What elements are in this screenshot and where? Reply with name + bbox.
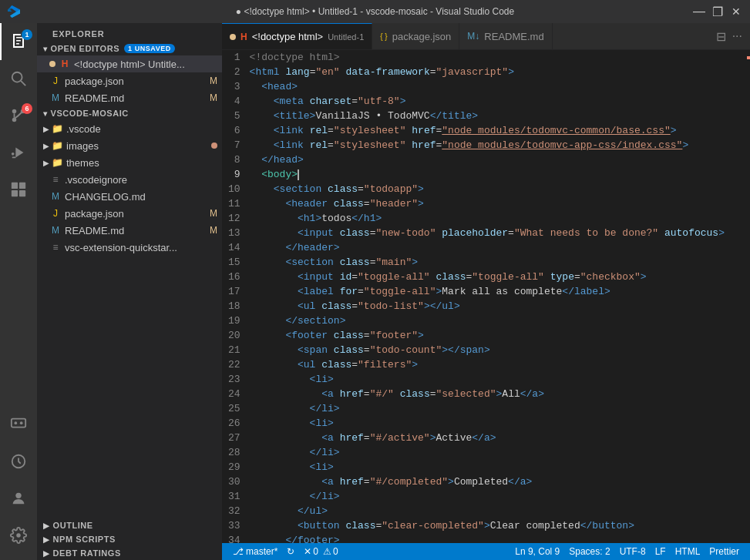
settings-activity-icon[interactable] xyxy=(0,517,37,554)
error-icon: ✕ xyxy=(304,546,311,557)
outline-section-header[interactable]: ▶ OUTLINE xyxy=(37,518,222,532)
minimize-button[interactable]: — xyxy=(693,5,705,18)
explorer-badge: 1 xyxy=(22,29,32,40)
images-chevron: ▶ xyxy=(43,142,49,150)
changelog-icon: M xyxy=(49,190,62,203)
git-branch-status[interactable]: ⎇ master* xyxy=(228,543,282,560)
source-control-activity-icon[interactable]: 6 xyxy=(0,97,37,134)
code-line-30: <a href="#/completed">Completed</a> xyxy=(250,474,724,489)
vscode-chevron: ▶ xyxy=(43,125,49,133)
images-folder-icon: 📁 xyxy=(51,139,63,152)
readme-file-modified: M xyxy=(210,225,217,236)
code-line-14: </header> xyxy=(250,240,724,255)
encoding-status[interactable]: UTF-8 xyxy=(615,546,651,557)
changelog-file[interactable]: M CHANGELOG.md xyxy=(37,188,222,205)
error-status[interactable]: ✕ 0 ⚠ 0 xyxy=(299,543,342,560)
html-file-label: <!doctype html> Untitle... xyxy=(74,59,222,70)
warning-count: 0 xyxy=(333,546,338,557)
line-ending-status[interactable]: LF xyxy=(651,546,671,557)
svg-rect-18 xyxy=(19,190,25,196)
code-line-20: <footer class="footer"> xyxy=(250,328,724,343)
sync-status[interactable]: ↻ xyxy=(282,543,299,560)
title-bar-title: ● <!doctype html> • Untitled-1 - vscode-… xyxy=(236,6,514,17)
timeline-activity-icon[interactable] xyxy=(0,443,37,480)
more-actions-button[interactable]: ··· xyxy=(731,28,744,45)
extensions-activity-icon[interactable] xyxy=(0,171,37,208)
open-editor-package-json[interactable]: J package.json M xyxy=(37,72,222,89)
svg-point-20 xyxy=(15,421,18,424)
sync-icon: ↻ xyxy=(287,546,294,557)
explorer-activity-icon[interactable]: 1 xyxy=(0,23,37,60)
maximize-button[interactable]: ❐ xyxy=(711,5,724,18)
accounts-activity-icon[interactable] xyxy=(0,480,37,517)
tab-md-label: README.md xyxy=(484,31,543,42)
open-editor-html[interactable]: H <!doctype html> Untitle... xyxy=(37,55,222,72)
run-activity-icon[interactable] xyxy=(0,134,37,171)
sidebar: Explorer ▾ Open Editors 1 Unsaved H <!do… xyxy=(37,23,222,560)
svg-rect-1 xyxy=(13,34,15,48)
vsc-extension-file[interactable]: ≡ vsc-extension-quickstar... xyxy=(37,239,222,256)
warning-icon: ⚠ xyxy=(323,546,331,557)
spaces-label: Spaces: 2 xyxy=(569,546,610,557)
pkg-json-label: package.json xyxy=(65,208,210,220)
code-line-33: <button class="clear-completed">Clear co… xyxy=(250,518,724,533)
error-count: 0 xyxy=(313,546,318,557)
language-status[interactable]: HTML xyxy=(671,546,705,557)
open-editors-label: Open Editors xyxy=(51,44,120,53)
json-icon: J xyxy=(49,75,62,87)
code-line-22: <ul class="filters"> xyxy=(250,357,724,372)
svg-line-8 xyxy=(21,81,25,86)
code-editor[interactable]: 12345 678 9 1011121314 1516171819 202122… xyxy=(222,50,750,543)
split-editor-button[interactable]: ⊟ xyxy=(715,28,728,45)
readme-icon: M xyxy=(49,224,62,236)
svg-point-24 xyxy=(16,533,21,538)
close-button[interactable]: ✕ xyxy=(730,5,742,18)
code-line-21: <span class="todo-count"></span> xyxy=(250,343,724,357)
svg-point-14 xyxy=(12,153,15,156)
debt-ratings-section-header[interactable]: ▶ DEBT RATINGS xyxy=(37,546,222,560)
themes-folder[interactable]: ▶ 📁 themes xyxy=(37,154,222,171)
tab-json[interactable]: { } package.json xyxy=(372,23,459,49)
code-content[interactable]: <!doctype html> <html lang="en" data-fra… xyxy=(250,50,739,543)
svg-point-7 xyxy=(12,72,22,82)
code-line-18: <ul class="todo-list"></ul> xyxy=(250,299,724,314)
spaces-status[interactable]: Spaces: 2 xyxy=(564,546,614,557)
package-json-file[interactable]: J package.json M xyxy=(37,205,222,222)
npm-scripts-chevron: ▶ xyxy=(43,535,50,544)
open-editor-readme[interactable]: M README.md M xyxy=(37,89,222,106)
svg-point-10 xyxy=(12,109,17,114)
remote-activity-icon[interactable] xyxy=(0,406,37,443)
tab-bar: H <!doctype html> Untitled-1 { } package… xyxy=(222,23,750,50)
encoding-label: UTF-8 xyxy=(620,546,646,557)
vscodeignore-file[interactable]: ≡ .vscodeignore xyxy=(37,171,222,188)
images-folder[interactable]: ▶ 📁 images xyxy=(37,137,222,154)
open-editors-section-header[interactable]: ▾ Open Editors 1 Unsaved xyxy=(37,42,222,55)
cursor-position-label: Ln 9, Col 9 xyxy=(515,546,560,557)
vscode-mosaic-section-header[interactable]: ▾ VSCODE-MOSAIC xyxy=(37,106,222,120)
tab-json-label: package.json xyxy=(392,31,452,42)
title-bar: ● <!doctype html> • Untitled-1 - vscode-… xyxy=(0,0,750,23)
svg-rect-15 xyxy=(12,183,18,189)
tab-md[interactable]: M↓ README.md xyxy=(459,23,552,49)
vscode-folder-icon: 📁 xyxy=(51,122,63,135)
cursor-position-status[interactable]: Ln 9, Col 9 xyxy=(510,546,564,557)
formatter-status[interactable]: Prettier xyxy=(705,546,744,557)
code-line-10: <section class="todoapp"> xyxy=(250,182,724,196)
vscode-mosaic-label: VSCODE-MOSAIC xyxy=(51,109,129,118)
search-activity-icon[interactable] xyxy=(0,60,37,97)
accounts-svg xyxy=(10,490,27,507)
vsc-ext-label: vsc-extension-quickstar... xyxy=(65,242,222,253)
code-line-25: </li> xyxy=(250,401,724,416)
tab-html[interactable]: H <!doctype html> Untitled-1 xyxy=(222,23,372,49)
svg-rect-16 xyxy=(19,183,25,189)
language-label: HTML xyxy=(675,546,701,557)
html-icon: H xyxy=(59,58,71,70)
title-bar-controls[interactable]: — ❐ ✕ xyxy=(693,5,742,18)
vsc-ext-icon: ≡ xyxy=(49,241,62,253)
sidebar-bottom: ▶ OUTLINE ▶ NPM SCRIPTS ▶ DEBT RATINGS xyxy=(37,518,222,560)
readme-label: README.md xyxy=(65,92,210,104)
npm-scripts-section-header[interactable]: ▶ NPM SCRIPTS xyxy=(37,532,222,546)
readme-file[interactable]: M README.md M xyxy=(37,222,222,239)
title-bar-left xyxy=(8,5,20,18)
vscode-folder[interactable]: ▶ 📁 .vscode xyxy=(37,120,222,137)
